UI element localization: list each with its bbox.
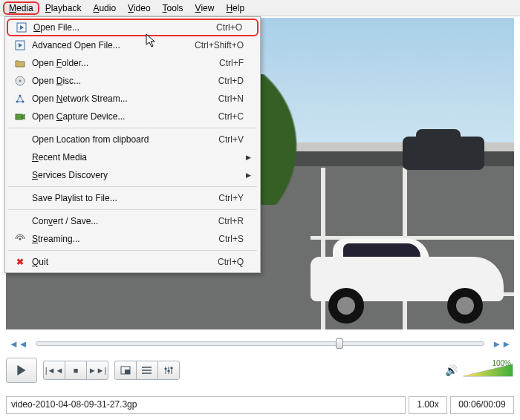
menu-item-shortcut: Ctrl+Y — [218, 193, 244, 203]
volume-percent-label: 100% — [492, 359, 511, 367]
menu-item-services-discovery[interactable]: Services Discovery▶ — [7, 166, 259, 184]
seek-bar-row: ◄◄ ►► — [6, 335, 514, 352]
seek-thumb[interactable] — [336, 338, 343, 349]
menubar: MediaPlaybackAudioVideoToolsViewHelp — [0, 0, 520, 16]
svg-point-3 — [19, 80, 22, 82]
previous-button[interactable]: |◄◄ — [43, 361, 65, 380]
svg-rect-16 — [171, 367, 173, 369]
play-button[interactable] — [6, 358, 37, 383]
disc-icon — [11, 76, 29, 86]
extended-settings-button[interactable] — [157, 361, 180, 380]
menu-media[interactable]: Media — [3, 1, 39, 15]
capture-icon — [11, 111, 29, 122]
playlist-button[interactable] — [136, 361, 158, 380]
menu-item-label: Recent Media — [29, 152, 244, 163]
svg-point-13 — [142, 373, 143, 374]
svg-rect-15 — [168, 370, 170, 372]
menu-item-label: Advanced Open File... — [29, 40, 195, 50]
menu-item-shortcut: Ctrl+Q — [218, 257, 244, 267]
network-icon — [11, 93, 29, 104]
svg-point-11 — [142, 367, 143, 368]
playback-speed-display[interactable]: 1.00x — [409, 396, 447, 414]
menu-item-label: Quit — [29, 257, 218, 267]
menu-item-label: Open Disc... — [29, 76, 218, 86]
status-bar: video-2010-04-08-09-31-27.3gp 1.00x 00:0… — [6, 396, 514, 414]
menu-item-advanced-open-file[interactable]: Advanced Open File...Ctrl+Shift+O — [7, 36, 259, 54]
menu-item-shortcut: Ctrl+C — [218, 111, 244, 122]
menu-audio[interactable]: Audio — [87, 1, 122, 15]
menu-help[interactable]: Help — [220, 1, 250, 15]
menu-tools[interactable]: Tools — [157, 1, 189, 15]
menu-item-shortcut: Ctrl+Shift+O — [195, 40, 244, 50]
fullscreen-icon — [120, 366, 131, 375]
menu-item-shortcut: Ctrl+V — [218, 134, 244, 145]
menu-item-save-playlist-to-file[interactable]: Save Playlist to File...Ctrl+Y — [7, 189, 259, 207]
skip-back-button[interactable]: ◄◄ — [6, 338, 31, 350]
folder-icon — [11, 58, 29, 68]
menu-item-open-location-from-clipboard[interactable]: Open Location from clipboardCtrl+V — [7, 131, 259, 148]
menu-item-shortcut: Ctrl+D — [218, 76, 244, 86]
menu-item-label: Streaming... — [29, 234, 218, 244]
volume-slider[interactable]: 100% — [462, 361, 514, 379]
submenu-arrow-icon: ▶ — [244, 154, 251, 161]
menu-item-label: Open File... — [30, 22, 216, 33]
equalizer-icon — [163, 366, 174, 375]
menu-item-shortcut: Ctrl+S — [218, 234, 244, 244]
submenu-arrow-icon: ▶ — [244, 171, 251, 179]
play-file-icon — [13, 22, 30, 33]
menu-item-label: Open Folder... — [29, 58, 219, 68]
stop-button[interactable]: ■ — [65, 361, 87, 380]
menu-item-label: Open Network Stream... — [29, 93, 218, 104]
menu-item-open-network-stream[interactable]: Open Network Stream...Ctrl+N — [7, 90, 259, 108]
menu-item-open-capture-device[interactable]: Open Capture Device...Ctrl+C — [7, 108, 259, 125]
seek-slider[interactable] — [36, 341, 485, 346]
media-menu-dropdown: Open File...Ctrl+OAdvanced Open File...C… — [4, 16, 261, 273]
menu-separator — [8, 250, 257, 251]
filename-display[interactable]: video-2010-04-08-09-31-27.3gp — [6, 396, 406, 414]
menu-item-convert-save[interactable]: Convert / Save...Ctrl+R — [7, 212, 259, 230]
time-display[interactable]: 00:06/00:09 — [450, 396, 514, 414]
menu-item-open-folder[interactable]: Open Folder...Ctrl+F — [7, 54, 259, 72]
svg-rect-14 — [165, 368, 167, 370]
view-group — [114, 361, 180, 380]
quit-icon: ✖ — [11, 257, 29, 267]
menu-item-shortcut: Ctrl+N — [218, 93, 244, 104]
svg-point-8 — [19, 238, 22, 240]
volume-icon[interactable]: 🔊 — [445, 364, 458, 376]
menu-separator — [8, 128, 257, 128]
play-icon — [16, 365, 27, 375]
menu-separator — [8, 186, 257, 187]
svg-rect-10 — [125, 370, 130, 374]
next-button[interactable]: ►►| — [86, 361, 108, 380]
menu-video[interactable]: Video — [122, 1, 156, 15]
menu-item-shortcut: Ctrl+O — [216, 22, 242, 33]
menu-item-label: Services Discovery — [29, 170, 244, 180]
menu-item-label: Open Location from clipboard — [29, 134, 218, 145]
transport-group: |◄◄ ■ ►►| — [43, 361, 108, 380]
playback-controls: |◄◄ ■ ►►| 🔊 100% — [6, 355, 514, 386]
playlist-icon — [142, 366, 152, 375]
svg-point-12 — [142, 370, 143, 371]
skip-forward-button[interactable]: ►► — [489, 338, 514, 350]
menu-item-recent-media[interactable]: Recent Media▶ — [7, 148, 259, 166]
menu-item-label: Open Capture Device... — [29, 111, 218, 122]
fullscreen-button[interactable] — [114, 361, 137, 380]
menu-item-quit[interactable]: ✖QuitCtrl+Q — [7, 253, 259, 271]
menu-item-shortcut: Ctrl+R — [218, 216, 244, 226]
menu-item-label: Save Playlist to File... — [29, 193, 218, 203]
svg-rect-7 — [16, 114, 22, 119]
menu-item-streaming[interactable]: Streaming...Ctrl+S — [7, 230, 259, 248]
mouse-cursor-icon — [146, 33, 157, 48]
play-file-icon — [11, 40, 29, 50]
menu-item-shortcut: Ctrl+F — [219, 58, 244, 68]
menu-separator — [8, 209, 257, 210]
stream-icon — [11, 234, 29, 244]
menu-item-open-disc[interactable]: Open Disc...Ctrl+D — [7, 72, 259, 90]
menu-item-open-file[interactable]: Open File...Ctrl+O — [7, 19, 259, 36]
menu-playback[interactable]: Playback — [39, 1, 88, 15]
volume-area: 🔊 100% — [445, 361, 514, 379]
menu-view[interactable]: View — [189, 1, 221, 15]
menu-item-label: Convert / Save... — [29, 216, 218, 226]
